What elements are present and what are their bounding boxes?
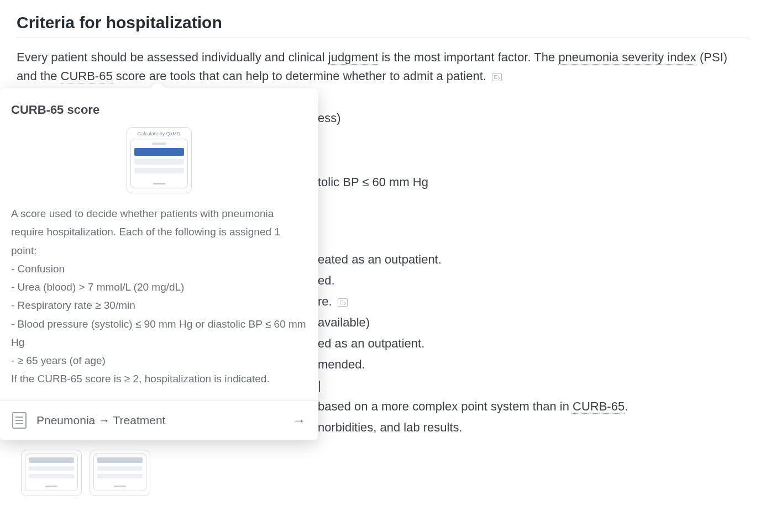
phone-mock-icon bbox=[93, 454, 146, 491]
term-judgment[interactable]: judgment bbox=[328, 50, 379, 65]
section-title: Criteria for hospitalization bbox=[17, 13, 749, 32]
reference-icon[interactable] bbox=[492, 73, 502, 81]
bg-line: ed as an outpatient. bbox=[318, 333, 628, 354]
intro-paragraph: Every patient should be assessed individ… bbox=[17, 48, 749, 86]
bg-line: norbidities, and lab results. bbox=[318, 417, 628, 438]
intro-text: is the most important factor. The bbox=[378, 50, 558, 64]
bg-line: available) bbox=[318, 312, 628, 333]
definition-popover: CURB-65 score Calculate by QxMD A score … bbox=[0, 88, 318, 440]
arrow-right-icon: → bbox=[292, 413, 306, 428]
criteria-item: - Confusion bbox=[11, 260, 307, 278]
calculator-thumbnail[interactable] bbox=[21, 450, 82, 496]
popover-intro: A score used to decide whether patients … bbox=[11, 204, 307, 260]
criteria-item: - Respiratory rate ≥ 30/min bbox=[11, 296, 307, 314]
calculator-thumbnail[interactable] bbox=[90, 450, 150, 496]
bg-line: eated as an outpatient. bbox=[318, 249, 628, 270]
intro-text: score are tools that can help to determi… bbox=[113, 69, 490, 83]
thumbnail-row bbox=[21, 450, 150, 496]
phone-mock-icon bbox=[25, 454, 78, 491]
reference-icon[interactable] bbox=[338, 298, 348, 307]
background-article-fragments: ess) tolic BP ≤ 60 mm Hg eated as an out… bbox=[318, 108, 628, 438]
calculator-thumbnail[interactable]: Calculate by QxMD bbox=[127, 127, 192, 193]
section-rule bbox=[17, 38, 749, 38]
term-pneumonia-severity-index[interactable]: pneumonia severity index bbox=[558, 50, 696, 65]
intro-text: Every patient should be assessed individ… bbox=[17, 50, 328, 64]
bg-line: mended. bbox=[318, 354, 628, 375]
popover-description: A score used to decide whether patients … bbox=[11, 204, 307, 388]
bg-line: tolic BP ≤ 60 mm Hg bbox=[318, 172, 628, 193]
phone-mock-icon bbox=[130, 139, 188, 188]
popover-link-label: Pneumonia → Treatment bbox=[36, 414, 282, 427]
document-icon bbox=[12, 412, 27, 429]
popover-outro: If the CURB-65 score is ≥ 2, hospitaliza… bbox=[11, 370, 307, 388]
popover-title: CURB-65 score bbox=[11, 103, 307, 117]
calculator-caption: Calculate by QxMD bbox=[130, 131, 188, 136]
bg-line: | bbox=[318, 375, 628, 396]
bg-line: ess) bbox=[318, 108, 628, 129]
criteria-item: - Blood pressure (systolic) ≤ 90 mm Hg o… bbox=[11, 315, 307, 352]
term-curb-65[interactable]: CURB-65 bbox=[61, 69, 113, 83]
bg-line: re. bbox=[318, 291, 628, 312]
popover-link[interactable]: Pneumonia → Treatment → bbox=[0, 401, 318, 440]
criteria-item: - Urea (blood) > 7 mmol/L (20 mg/dL) bbox=[11, 278, 307, 296]
bg-line: based on a more complex point system tha… bbox=[318, 396, 628, 417]
criteria-item: - ≥ 65 years (of age) bbox=[11, 351, 307, 370]
bg-line: ed. bbox=[318, 270, 628, 291]
term-curb-65[interactable]: CURB-65 bbox=[573, 399, 625, 414]
